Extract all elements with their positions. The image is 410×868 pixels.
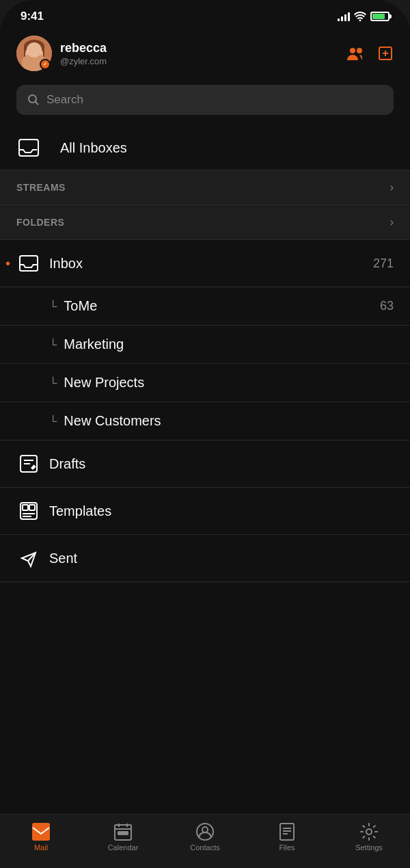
inbox-nav-icon — [16, 251, 41, 276]
bottom-nav-files[interactable]: Files — [266, 823, 308, 852]
settings-icon — [360, 823, 378, 841]
search-placeholder: Search — [46, 93, 83, 107]
mail-icon — [32, 823, 50, 841]
svg-rect-19 — [23, 505, 28, 510]
new-projects-arrow-icon: └ — [49, 377, 57, 389]
tome-arrow-icon: └ — [49, 300, 57, 313]
status-bar: 9:41 — [0, 0, 410, 29]
search-container: Search — [0, 79, 410, 126]
svg-rect-30 — [122, 832, 124, 834]
svg-rect-20 — [29, 505, 35, 510]
streams-section[interactable]: STREAMS › — [0, 170, 410, 205]
folders-chevron-icon: › — [390, 216, 394, 228]
calendar-label: Calendar — [108, 843, 139, 852]
battery-icon — [370, 12, 390, 21]
avatar[interactable] — [16, 36, 52, 71]
svg-rect-24 — [33, 824, 49, 840]
calendar-icon — [114, 823, 132, 841]
avatar-badge — [40, 59, 51, 70]
sent-nav-item[interactable]: Sent — [0, 535, 410, 582]
all-inboxes-label: All Inboxes — [60, 140, 127, 156]
inbox-icon — [16, 135, 41, 160]
user-email: @zyler.com — [60, 56, 346, 66]
folders-section[interactable]: FOLDERS › — [0, 205, 410, 240]
search-box[interactable]: Search — [16, 85, 394, 115]
svg-point-9 — [357, 48, 362, 53]
nav-items: Inbox 271 └ ToMe 63 └ Marketing └ New Pr… — [0, 240, 410, 814]
tome-sub-item[interactable]: └ ToMe 63 — [0, 287, 410, 326]
svg-point-11 — [29, 95, 36, 103]
user-name: rebecca — [60, 41, 346, 55]
svg-point-1 — [24, 40, 44, 53]
bottom-nav-mail[interactable]: Mail — [20, 823, 62, 852]
status-time: 9:41 — [20, 10, 44, 23]
svg-rect-14 — [20, 256, 38, 271]
search-icon — [27, 94, 40, 106]
mail-label: Mail — [34, 843, 48, 852]
svg-point-38 — [366, 829, 372, 834]
all-inboxes-item[interactable]: All Inboxes — [0, 126, 410, 170]
svg-point-5 — [29, 52, 32, 55]
streams-chevron-icon: › — [390, 181, 394, 194]
header-actions — [346, 45, 394, 62]
compose-icon[interactable] — [377, 45, 394, 62]
files-icon — [278, 823, 296, 841]
header: rebecca @zyler.com — [0, 29, 410, 79]
new-customers-arrow-icon: └ — [49, 415, 57, 428]
bottom-nav-contacts[interactable]: Contacts — [184, 823, 226, 852]
contacts-icon[interactable] — [346, 45, 365, 62]
sent-label: Sent — [49, 551, 394, 566]
signal-icon — [338, 12, 350, 21]
inbox-count: 271 — [373, 257, 394, 271]
drafts-icon — [16, 451, 41, 476]
svg-rect-29 — [118, 832, 121, 834]
templates-nav-item[interactable]: Templates — [0, 488, 410, 535]
marketing-arrow-icon: └ — [49, 339, 57, 351]
phone-container: 9:41 — [0, 0, 410, 868]
svg-point-33 — [202, 827, 208, 832]
tome-count: 63 — [380, 299, 394, 313]
svg-rect-13 — [19, 140, 38, 156]
drafts-label: Drafts — [49, 456, 394, 472]
svg-line-12 — [36, 102, 39, 105]
new-projects-label: New Projects — [64, 375, 394, 391]
svg-point-6 — [36, 52, 39, 55]
templates-label: Templates — [49, 503, 394, 519]
sent-icon — [16, 546, 41, 570]
marketing-sub-item[interactable]: └ Marketing — [0, 326, 410, 364]
new-projects-sub-item[interactable]: └ New Projects — [0, 364, 410, 402]
bottom-nav-settings[interactable]: Settings — [348, 823, 390, 852]
bottom-nav-calendar[interactable]: Calendar — [102, 823, 144, 852]
drafts-nav-item[interactable]: Drafts — [0, 440, 410, 488]
marketing-label: Marketing — [64, 337, 394, 352]
svg-point-8 — [350, 48, 355, 53]
tome-label: ToMe — [64, 298, 380, 314]
wifi-icon — [354, 12, 366, 21]
status-icons — [338, 12, 390, 21]
settings-label: Settings — [355, 843, 383, 852]
new-customers-label: New Customers — [64, 413, 394, 429]
bottom-nav: Mail Calendar — [0, 814, 410, 868]
user-info: rebecca @zyler.com — [60, 41, 346, 66]
new-customers-sub-item[interactable]: └ New Customers — [0, 402, 410, 440]
files-label: Files — [279, 843, 295, 852]
inbox-nav-item[interactable]: Inbox 271 — [0, 240, 410, 287]
folders-label: FOLDERS — [16, 217, 64, 228]
inbox-label: Inbox — [49, 256, 373, 272]
templates-icon — [16, 499, 41, 523]
streams-label: STREAMS — [16, 182, 66, 193]
contacts-label: Contacts — [190, 843, 219, 852]
svg-rect-31 — [125, 832, 128, 834]
contacts-nav-icon — [196, 823, 214, 841]
